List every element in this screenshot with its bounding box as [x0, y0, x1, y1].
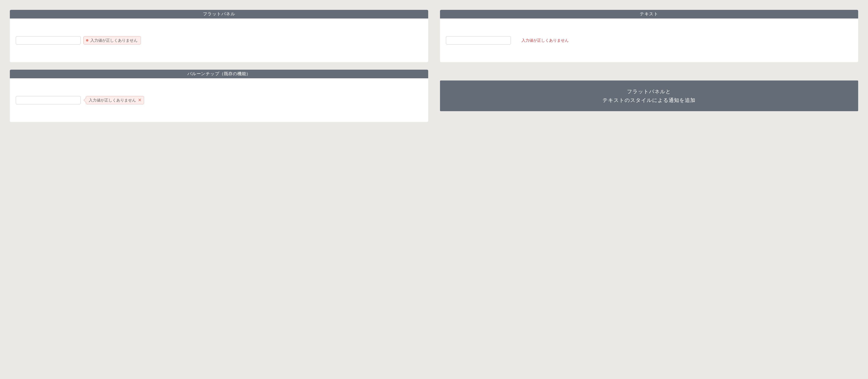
panel-balloon-title: バルーンチップ（既存の機能）: [10, 70, 428, 78]
panel-flat-title: フラットパネル: [10, 10, 428, 19]
summary-cell: フラットパネルと テキストのスタイルによる通知を追加: [440, 70, 858, 122]
panel-balloon-body: 入力値が正しくありません ✕: [10, 78, 428, 122]
flat-input[interactable]: [16, 36, 81, 44]
panel-text-body: 入力値が正しくありません: [440, 19, 858, 62]
panel-flat-body: 入力値が正しくありません: [10, 19, 428, 62]
panel-text-title: テキスト: [440, 10, 858, 19]
summary-line-2: テキストのスタイルによる通知を追加: [602, 96, 695, 104]
error-dot-icon: [86, 39, 88, 41]
flat-error-text: 入力値が正しくありません: [90, 38, 137, 43]
example-grid: フラットパネル 入力値が正しくありません テキスト 入力値が正しくありません バ…: [10, 10, 858, 122]
balloon-field-row: 入力値が正しくありません ✕: [16, 96, 422, 104]
balloon-error-notice: 入力値が正しくありません ✕: [86, 96, 144, 104]
balloon-input[interactable]: [16, 96, 81, 104]
panel-text: テキスト 入力値が正しくありません: [440, 10, 858, 62]
flat-field-row: 入力値が正しくありません: [16, 36, 422, 44]
summary-line-1: フラットパネルと: [627, 87, 671, 96]
text-field-row: 入力値が正しくありません: [446, 36, 852, 44]
close-icon[interactable]: ✕: [137, 98, 142, 102]
text-input[interactable]: [446, 36, 511, 44]
panel-flat: フラットパネル 入力値が正しくありません: [10, 10, 428, 62]
flat-error-notice: 入力値が正しくありません: [84, 36, 141, 44]
balloon-error-text: 入力値が正しくありません: [89, 98, 136, 103]
text-error-text: 入力値が正しくありません: [514, 38, 569, 43]
panel-balloon: バルーンチップ（既存の機能） 入力値が正しくありません ✕: [10, 70, 428, 122]
summary-block: フラットパネルと テキストのスタイルによる通知を追加: [440, 81, 858, 111]
